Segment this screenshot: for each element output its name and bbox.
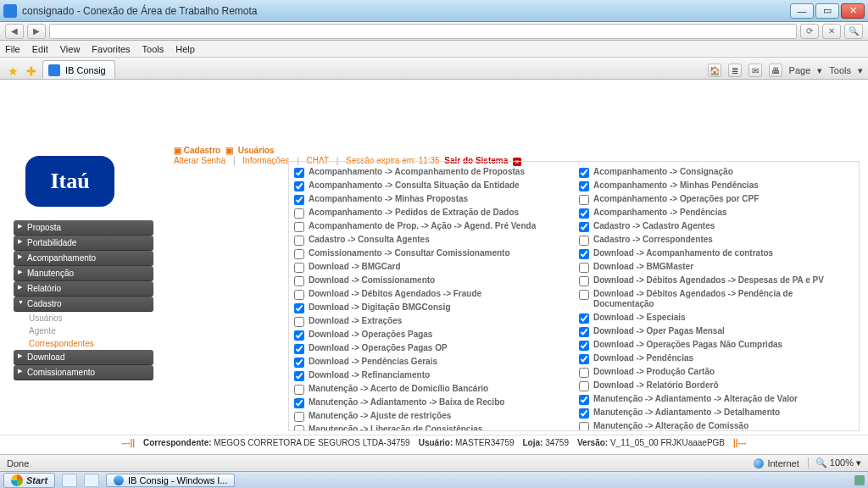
search-icon[interactable]: 🔍 xyxy=(844,24,863,39)
browser-tab[interactable]: IB Consig xyxy=(42,60,115,79)
menu-help[interactable]: Help xyxy=(175,44,195,54)
permission-checkbox[interactable] xyxy=(294,181,304,191)
permission-label: Acompanhamento -> Minhas Pendências xyxy=(593,180,759,191)
permission-checkbox[interactable] xyxy=(294,412,304,422)
permission-checkbox[interactable] xyxy=(294,236,304,246)
menu-tools[interactable]: Tools xyxy=(142,44,164,54)
permission-checkbox[interactable] xyxy=(579,341,589,351)
menu-view[interactable]: View xyxy=(60,44,81,54)
permission-checkbox[interactable] xyxy=(579,290,589,300)
permission-row: Download -> Relatório Borderô xyxy=(579,379,854,392)
permission-checkbox[interactable] xyxy=(579,195,589,205)
permission-checkbox[interactable] xyxy=(294,330,304,341)
stop-button[interactable]: ✕ xyxy=(822,24,841,39)
permission-checkbox[interactable] xyxy=(579,381,589,391)
permission-checkbox[interactable] xyxy=(579,208,589,219)
permission-row: Acompanhamento -> Operações por CPF xyxy=(579,192,854,206)
close-button[interactable]: ✕ xyxy=(841,3,865,19)
link-alterar-senha[interactable]: Alterar Senha xyxy=(174,156,225,165)
maximize-button[interactable]: ▭ xyxy=(815,3,839,19)
home-icon[interactable]: 🏠 xyxy=(708,64,721,77)
breadcrumb-b[interactable]: Usuários xyxy=(238,146,275,155)
sidenav-subitem[interactable]: Agente xyxy=(14,324,153,337)
permission-checkbox[interactable] xyxy=(294,371,304,381)
tray-icon[interactable] xyxy=(854,475,865,485)
start-button[interactable]: Start xyxy=(3,473,55,488)
sidenav-subitem[interactable]: Correspondentes xyxy=(14,337,153,350)
favorites-star-icon[interactable]: ★ xyxy=(5,64,20,79)
permission-label: Acompanhamento -> Consignação xyxy=(593,167,733,178)
sidenav-item[interactable]: Cadastro xyxy=(14,297,153,312)
permission-checkbox[interactable] xyxy=(579,422,589,432)
permission-row: Comissionamento -> Consultar Comissionam… xyxy=(294,247,569,260)
permission-checkbox[interactable] xyxy=(294,222,304,232)
permission-label: Acompanhamento -> Pedidos de Extração de… xyxy=(309,208,519,219)
minimize-button[interactable]: — xyxy=(790,3,814,19)
permission-checkbox[interactable] xyxy=(294,385,304,395)
taskbar-item-ie[interactable]: IB Consig - Windows I... xyxy=(106,474,235,487)
permission-checkbox[interactable] xyxy=(579,395,589,405)
menu-file[interactable]: File xyxy=(5,44,20,54)
permission-checkbox[interactable] xyxy=(579,263,589,273)
print-icon[interactable]: 🖶 xyxy=(769,64,782,77)
footer-user-label: Usuário: xyxy=(419,438,453,447)
refresh-button[interactable]: ⟳ xyxy=(800,24,819,39)
add-favorites-icon[interactable]: ✚ xyxy=(24,64,39,79)
permission-checkbox[interactable] xyxy=(294,263,304,273)
permission-label: Download -> BMGCard xyxy=(309,262,401,273)
permission-checkbox[interactable] xyxy=(294,303,304,313)
tools-menu[interactable]: Tools xyxy=(829,65,851,75)
permission-checkbox[interactable] xyxy=(294,208,304,219)
permission-row: Download -> Débitos Agendados -> Pendênc… xyxy=(579,287,854,311)
link-informacoes[interactable]: Informações xyxy=(242,156,289,165)
quicklaunch-2[interactable] xyxy=(84,474,99,487)
permission-checkbox[interactable] xyxy=(294,317,304,327)
breadcrumb-a[interactable]: Cadastro xyxy=(184,146,220,155)
permission-row: Cadastro -> Cadastro Agentes xyxy=(579,219,854,233)
zoom-control[interactable]: 🔍 100% ▾ xyxy=(808,458,861,469)
mail-icon[interactable]: ✉ xyxy=(748,64,762,77)
sidenav-item[interactable]: Portabilidade xyxy=(14,236,153,251)
sidenav-item[interactable]: Manutenção xyxy=(14,266,153,281)
permission-checkbox[interactable] xyxy=(579,168,589,178)
permission-checkbox[interactable] xyxy=(294,168,304,178)
sidenav-item[interactable]: Acompanhamento xyxy=(14,251,153,266)
quicklaunch-1[interactable] xyxy=(62,474,77,487)
permission-checkbox[interactable] xyxy=(579,313,589,324)
permission-checkbox[interactable] xyxy=(294,276,304,286)
permission-checkbox[interactable] xyxy=(579,181,589,191)
sidenav-item[interactable]: Relatório xyxy=(14,281,153,297)
address-bar[interactable] xyxy=(49,24,797,39)
permission-checkbox[interactable] xyxy=(579,327,589,337)
permission-label: Manutenção -> Liberação de Consistências xyxy=(309,424,482,432)
permission-checkbox[interactable] xyxy=(294,425,304,432)
system-tray xyxy=(854,475,865,485)
page-menu[interactable]: Page xyxy=(789,65,811,75)
forward-button[interactable]: ▶ xyxy=(27,24,46,39)
permission-checkbox[interactable] xyxy=(579,354,589,364)
permission-checkbox[interactable] xyxy=(294,290,304,300)
permission-checkbox[interactable] xyxy=(294,249,304,259)
sidenav-subitem[interactable]: Usuários xyxy=(14,312,153,324)
permission-checkbox[interactable] xyxy=(579,236,589,246)
sidenav-item[interactable]: Download xyxy=(14,350,153,365)
permission-checkbox[interactable] xyxy=(579,222,589,232)
menu-edit[interactable]: Edit xyxy=(32,44,48,54)
sidenav-item[interactable]: Comissionamento xyxy=(14,365,153,380)
permission-checkbox[interactable] xyxy=(294,398,304,408)
sidenav-item[interactable]: Proposta xyxy=(14,220,153,236)
permission-checkbox[interactable] xyxy=(294,358,304,368)
menu-favorites[interactable]: Favorites xyxy=(92,44,130,54)
permission-row: Manutenção -> Adiantamento -> Detalhamen… xyxy=(579,406,854,419)
permission-row: Download -> Pendências xyxy=(579,352,854,365)
permission-checkbox[interactable] xyxy=(579,249,589,259)
permission-checkbox[interactable] xyxy=(294,195,304,205)
permission-checkbox[interactable] xyxy=(579,408,589,419)
permission-checkbox[interactable] xyxy=(294,344,304,354)
security-zone[interactable]: Internet xyxy=(754,458,798,469)
permission-label: Comissionamento -> Consultar Comissionam… xyxy=(309,248,510,259)
permission-checkbox[interactable] xyxy=(579,368,589,378)
permission-checkbox[interactable] xyxy=(579,276,589,286)
back-button[interactable]: ◀ xyxy=(5,24,24,39)
feeds-icon[interactable]: ≣ xyxy=(728,64,742,77)
